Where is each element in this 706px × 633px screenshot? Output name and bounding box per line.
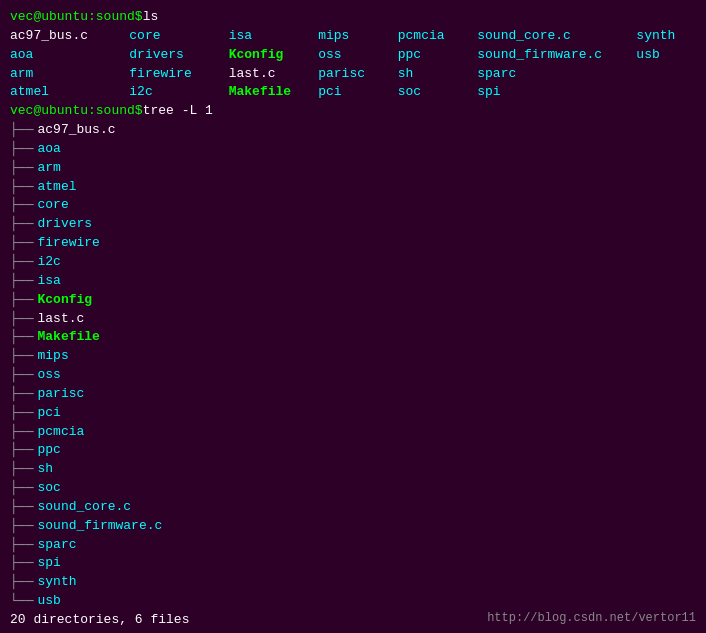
tree-item: ├──oss (10, 366, 696, 385)
ls-item: usb (636, 46, 696, 65)
tree-item-name: oss (37, 366, 60, 385)
tree-item-name: atmel (37, 178, 76, 197)
prompt2: vec@ubuntu:sound$ (10, 102, 143, 121)
tree-item-name: drivers (37, 215, 92, 234)
ls-item: ac97_bus.c (10, 27, 129, 46)
terminal: vec@ubuntu:sound$ ls ac97_bus.c core isa… (0, 0, 706, 633)
tree-item-name: ppc (37, 441, 60, 460)
ls-item: spi (477, 83, 636, 102)
tree-item-name: soc (37, 479, 60, 498)
ls-item: Makefile (229, 83, 318, 102)
tree-item-name: pcmcia (37, 423, 84, 442)
tree-item-name: usb (37, 592, 60, 611)
ls-item (636, 65, 696, 84)
tree-item: ├──sound_core.c (10, 498, 696, 517)
ls-item: mips (318, 27, 398, 46)
ls-item: sound_core.c (477, 27, 636, 46)
tree-item: ├──sparc (10, 536, 696, 555)
tree-item: ├──pcmcia (10, 423, 696, 442)
tree-connector: ├── (10, 310, 33, 329)
tree-item: ├──sound_firmware.c (10, 517, 696, 536)
tree-item-name: isa (37, 272, 60, 291)
summary-text: 20 directories, 6 files (10, 611, 189, 630)
tree-item-name: aoa (37, 140, 60, 159)
ls-item: synth (636, 27, 696, 46)
ls-item: ppc (398, 46, 478, 65)
tree-connector: ├── (10, 196, 33, 215)
tree-item: ├──i2c (10, 253, 696, 272)
ls-item: parisc (318, 65, 398, 84)
tree-item-name: core (37, 196, 68, 215)
tree-item-name: synth (37, 573, 76, 592)
tree-connector: ├── (10, 404, 33, 423)
ls-item: drivers (129, 46, 228, 65)
tree-item: ├──aoa (10, 140, 696, 159)
tree-command-line: vec@ubuntu:sound$ tree -L 1 (10, 102, 696, 121)
tree-item-name: sh (37, 460, 53, 479)
tree-item: ├──synth (10, 573, 696, 592)
tree-item-name: Makefile (37, 328, 99, 347)
tree-item-name: parisc (37, 385, 84, 404)
tree-item-name: Kconfig (37, 291, 92, 310)
tree-item: ├──isa (10, 272, 696, 291)
tree-item: ├──ac97_bus.c (10, 121, 696, 140)
tree-item: ├──spi (10, 554, 696, 573)
tree-item: ├──mips (10, 347, 696, 366)
tree-item: ├──pci (10, 404, 696, 423)
tree-item: ├──firewire (10, 234, 696, 253)
tree-item: ├──Kconfig (10, 291, 696, 310)
tree-cmd: tree -L 1 (143, 102, 213, 121)
tree-item: ├──core (10, 196, 696, 215)
tree-connector: ├── (10, 517, 33, 536)
tree-item-name: arm (37, 159, 60, 178)
tree-connector: ├── (10, 291, 33, 310)
tree-item-name: sparc (37, 536, 76, 555)
ls-row-4: atmel i2c Makefile pci soc spi (10, 83, 696, 102)
tree-connector: ├── (10, 479, 33, 498)
tree-connector: ├── (10, 347, 33, 366)
ls-item: sparc (477, 65, 636, 84)
tree-item-name: sound_firmware.c (37, 517, 162, 536)
ls-item: aoa (10, 46, 129, 65)
tree-item: ├──ppc (10, 441, 696, 460)
ls-item: isa (229, 27, 318, 46)
tree-item: ├──soc (10, 479, 696, 498)
ls-item: soc (398, 83, 478, 102)
tree-item-name: last.c (37, 310, 84, 329)
ls-item (636, 83, 696, 102)
tree-output: ├──ac97_bus.c├──aoa├──arm├──atmel├──core… (10, 121, 696, 611)
ls-command-line: vec@ubuntu:sound$ ls (10, 8, 696, 27)
ls-row-1: ac97_bus.c core isa mips pcmcia sound_co… (10, 27, 696, 46)
ls-item: pcmcia (398, 27, 478, 46)
ls-cmd: ls (143, 8, 159, 27)
tree-item: └──usb (10, 592, 696, 611)
tree-connector: ├── (10, 253, 33, 272)
tree-item-name: firewire (37, 234, 99, 253)
ls-output: ac97_bus.c core isa mips pcmcia sound_co… (10, 27, 696, 102)
ls-item: atmel (10, 83, 129, 102)
tree-connector: ├── (10, 498, 33, 517)
ls-item: sound_firmware.c (477, 46, 636, 65)
tree-item: ├──parisc (10, 385, 696, 404)
ls-row-2: aoa drivers Kconfig oss ppc sound_firmwa… (10, 46, 696, 65)
prompt1: vec@ubuntu:sound$ (10, 8, 143, 27)
ls-item: pci (318, 83, 398, 102)
tree-connector: ├── (10, 554, 33, 573)
tree-item: ├──Makefile (10, 328, 696, 347)
tree-connector: ├── (10, 272, 33, 291)
tree-item: ├──drivers (10, 215, 696, 234)
tree-connector: ├── (10, 385, 33, 404)
tree-connector: ├── (10, 140, 33, 159)
tree-item-name: pci (37, 404, 60, 423)
tree-connector: ├── (10, 536, 33, 555)
tree-item: ├──sh (10, 460, 696, 479)
tree-connector: ├── (10, 234, 33, 253)
tree-connector: ├── (10, 159, 33, 178)
ls-item: sh (398, 65, 478, 84)
tree-connector: ├── (10, 460, 33, 479)
tree-item-name: i2c (37, 253, 60, 272)
tree-connector: ├── (10, 328, 33, 347)
ls-item: firewire (129, 65, 228, 84)
tree-item: ├──last.c (10, 310, 696, 329)
tree-item-name: spi (37, 554, 60, 573)
